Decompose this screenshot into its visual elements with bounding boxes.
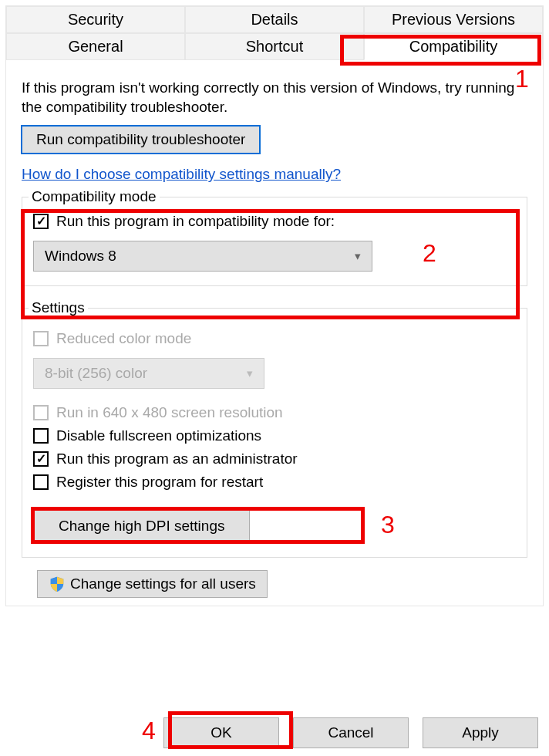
run-as-admin-checkbox[interactable] xyxy=(33,451,49,467)
run-as-admin-label: Run this program as an administrator xyxy=(56,451,298,467)
reduced-color-label: Reduced color mode xyxy=(56,330,191,347)
properties-dialog: Security Details Previous Versions Gener… xyxy=(5,5,544,606)
tab-panel-compatibility: If this program isn't working correctly … xyxy=(6,60,543,606)
shield-icon xyxy=(49,575,66,592)
disable-fullscreen-label: Disable fullscreen optimizations xyxy=(56,427,261,444)
chevron-down-icon: ▾ xyxy=(247,366,253,380)
low-res-label: Run in 640 x 480 screen resolution xyxy=(56,404,283,421)
register-restart-checkbox[interactable] xyxy=(33,474,49,490)
color-depth-combo-value: 8-bit (256) color xyxy=(45,365,147,382)
apply-button[interactable]: Apply xyxy=(423,717,538,748)
tab-details[interactable]: Details xyxy=(185,6,364,33)
compatibility-mode-group: Compatibility mode Run this program in c… xyxy=(22,197,527,286)
change-all-users-label: Change settings for all users xyxy=(70,575,256,592)
annotation-4: 4 xyxy=(142,717,156,745)
reduced-color-checkbox xyxy=(33,331,49,346)
tab-general[interactable]: General xyxy=(6,33,185,60)
disable-fullscreen-checkbox[interactable] xyxy=(33,428,49,444)
group-legend: Compatibility mode xyxy=(29,188,160,205)
dialog-button-row: OK Cancel Apply xyxy=(163,717,538,748)
compat-mode-combo[interactable]: Windows 8 ▾ xyxy=(33,241,372,272)
group-legend: Settings xyxy=(29,299,88,316)
chevron-down-icon: ▾ xyxy=(355,249,361,263)
compat-mode-label: Run this program in compatibility mode f… xyxy=(56,213,335,230)
tab-security[interactable]: Security xyxy=(6,6,185,33)
color-depth-combo: 8-bit (256) color ▾ xyxy=(33,358,264,389)
tab-shortcut[interactable]: Shortcut xyxy=(185,33,364,60)
low-res-checkbox xyxy=(33,405,49,420)
help-link[interactable]: How do I choose compatibility settings m… xyxy=(22,166,341,183)
compat-mode-checkbox[interactable] xyxy=(33,214,49,229)
intro-text: If this program isn't working correctly … xyxy=(22,79,527,116)
change-all-users-button[interactable]: Change settings for all users xyxy=(37,570,268,598)
settings-group: Settings Reduced color mode 8-bit (256) … xyxy=(22,308,527,558)
cancel-button[interactable]: Cancel xyxy=(293,717,409,748)
register-restart-label: Register this program for restart xyxy=(56,474,263,491)
tab-compatibility[interactable]: Compatibility xyxy=(364,33,543,60)
ok-button[interactable]: OK xyxy=(163,717,279,748)
run-troubleshooter-button[interactable]: Run compatibility troubleshooter xyxy=(22,126,260,154)
tab-previous-versions[interactable]: Previous Versions xyxy=(364,6,543,33)
change-dpi-button[interactable]: Change high DPI settings xyxy=(33,509,250,543)
tab-strip: Security Details Previous Versions Gener… xyxy=(6,6,543,60)
compat-mode-combo-value: Windows 8 xyxy=(45,248,116,265)
